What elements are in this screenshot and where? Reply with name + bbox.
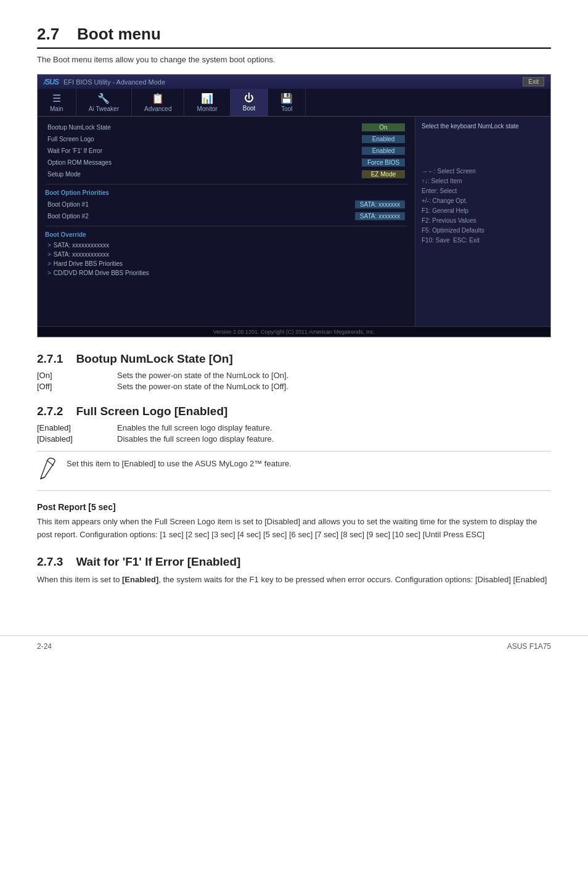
section-title: 2.7 Boot menu	[37, 25, 551, 49]
note-icon	[37, 458, 59, 484]
subsection-272-definitions: [Enabled] Enables the full screen logo d…	[37, 423, 551, 444]
bios-boot-option-1[interactable]: Boot Option #1 SATA: xxxxxxx	[45, 199, 407, 210]
bios-nav: ☰ Main 🔧 Ai Tweaker 📋 Advanced 📊 Monitor…	[38, 89, 550, 117]
post-report-text: This item appears only when the Full Scr…	[37, 516, 551, 542]
bios-setting-full-screen-logo[interactable]: Full Screen Logo Enabled	[45, 133, 407, 145]
bios-setting-wait-f1[interactable]: Wait For 'F1' If Error Enabled	[45, 145, 407, 157]
bios-nav-main[interactable]: ☰ Main	[38, 89, 76, 116]
bios-setting-setup-mode[interactable]: Setup Mode EZ Mode	[45, 168, 407, 180]
boot-option-1-value: SATA: xxxxxxx	[355, 200, 405, 208]
option-rom-value: Force BIOS	[362, 159, 405, 167]
pencil-svg	[37, 458, 57, 480]
wait-f1-value: Enabled	[362, 147, 405, 155]
bios-nav-boot[interactable]: ⏻ Boot	[231, 89, 269, 116]
boot-option-1-label: Boot Option #1	[47, 201, 355, 208]
boot-override-item-3[interactable]: > Hard Drive BBS Priorities	[45, 259, 407, 268]
page-container: 2.7 Boot menu The Boot menu items allow …	[0, 0, 588, 617]
def-term-on: [On]	[37, 371, 117, 380]
setup-mode-value: EZ Mode	[362, 170, 405, 178]
bios-nav-monitor-label: Monitor	[197, 105, 217, 112]
boot-override-item-2-label: SATA: xxxxxxxxxxxx	[54, 251, 109, 258]
bios-body: Bootup NumLock State On Full Screen Logo…	[38, 117, 550, 326]
def-row-disabled: [Disabled] Disables the full screen logo…	[37, 434, 551, 444]
full-screen-logo-label: Full Screen Logo	[47, 136, 362, 142]
arrow-icon-3: >	[47, 260, 51, 267]
def-term-enabled: [Enabled]	[37, 423, 117, 432]
main-icon: ☰	[52, 93, 61, 104]
bios-main-panel: Bootup NumLock State On Full Screen Logo…	[38, 117, 415, 326]
boot-option-priorities-label: Boot Option Priorities	[45, 189, 407, 196]
boot-override-item-3-label: Hard Drive BBS Priorities	[54, 260, 123, 267]
asus-logo: /SUS	[44, 78, 59, 86]
bios-window: /SUS EFI BIOS Utility - Advanced Mode Ex…	[37, 74, 551, 337]
note-box: Set this item to [Enabled] to use the AS…	[37, 451, 551, 491]
def-desc-disabled: Disables the full screen logo display fe…	[117, 434, 551, 444]
def-desc-off: Sets the power-on state of the NumLock t…	[117, 382, 551, 391]
boot-override-label: Boot Override	[45, 231, 407, 238]
subsection-271-number: 2.7.1	[37, 352, 63, 365]
bios-nav-main-label: Main	[50, 105, 63, 112]
bios-titlebar-left: /SUS EFI BIOS Utility - Advanced Mode	[44, 78, 165, 86]
option-rom-label: Option ROM Messages	[47, 159, 362, 166]
def-row-on: [On] Sets the power-on state of the NumL…	[37, 371, 551, 380]
subsection-271-heading: 2.7.1 Bootup NumLock State [On]	[37, 352, 551, 366]
bios-nav-boot-label: Boot	[243, 105, 256, 112]
bios-sidebar: Select the keyboard NumLock state →←: Se…	[415, 117, 550, 326]
bios-nav-advanced[interactable]: 📋 Advanced	[132, 89, 184, 116]
arrow-icon-4: >	[47, 270, 51, 276]
monitor-icon: 📊	[201, 93, 213, 104]
tool-icon: 💾	[280, 93, 293, 104]
bios-nav-monitor[interactable]: 📊 Monitor	[184, 89, 230, 116]
setup-mode-label: Setup Mode	[47, 171, 362, 178]
bios-nav-ai-tweaker[interactable]: 🔧 Ai Tweaker	[76, 89, 132, 116]
bios-sidebar-hint: Select the keyboard NumLock state	[422, 123, 544, 130]
def-term-off: [Off]	[37, 382, 117, 391]
bootup-numlock-label: Bootup NumLock State	[47, 124, 362, 131]
bios-divider-2	[45, 226, 407, 226]
arrow-icon-1: >	[47, 242, 51, 249]
bios-setting-option-rom[interactable]: Option ROM Messages Force BIOS	[45, 157, 407, 168]
bios-nav-tool[interactable]: 💾 Tool	[268, 89, 306, 116]
boot-option-2-value: SATA: xxxxxxx	[355, 212, 405, 220]
boot-icon: ⏻	[244, 93, 254, 104]
boot-option-2-label: Boot Option #2	[47, 213, 355, 220]
bios-boot-option-2[interactable]: Boot Option #2 SATA: xxxxxxx	[45, 210, 407, 222]
svg-line-0	[47, 461, 54, 466]
page-number: 2-24	[37, 642, 52, 651]
wait-f1-label: Wait For 'F1' If Error	[47, 147, 362, 154]
bios-sidebar-keys: →←: Select Screen ↑↓: Select Item Enter:…	[422, 167, 544, 245]
arrow-icon-2: >	[47, 251, 51, 258]
subsection-272-heading: 2.7.2 Full Screen Logo [Enabled]	[37, 405, 551, 418]
def-row-enabled: [Enabled] Enables the full screen logo d…	[37, 423, 551, 432]
def-desc-enabled: Enables the full screen logo display fea…	[117, 423, 551, 432]
subsection-271-definitions: [On] Sets the power-on state of the NumL…	[37, 371, 551, 391]
boot-override-item-1[interactable]: > SATA: xxxxxxxxxxxx	[45, 241, 407, 250]
key-hint-7: F5: Optimized Defaults	[422, 226, 544, 236]
ai-tweaker-icon: 🔧	[97, 93, 110, 104]
subsection-273-text: When this item is set to [Enabled], the …	[37, 574, 551, 587]
boot-override-item-2[interactable]: > SATA: xxxxxxxxxxxx	[45, 250, 407, 259]
bios-setting-bootup-numlock[interactable]: Bootup NumLock State On	[45, 122, 407, 133]
bios-nav-ai-tweaker-label: Ai Tweaker	[89, 105, 119, 112]
key-hint-1: →←: Select Screen	[422, 167, 544, 176]
def-row-off: [Off] Sets the power-on state of the Num…	[37, 382, 551, 391]
full-screen-logo-value: Enabled	[362, 135, 405, 143]
boot-override-item-4[interactable]: > CD/DVD ROM Drive BBS Priorities	[45, 268, 407, 278]
post-report-heading: Post Report [5 sec]	[37, 502, 551, 512]
section-description: The Boot menu items allow you to change …	[37, 55, 551, 64]
subsection-272-title: Full Screen Logo [Enabled]	[76, 405, 227, 418]
section-heading: Boot menu	[77, 25, 161, 43]
subsection-273-heading: 2.7.3 Wait for 'F1' If Error [Enabled]	[37, 555, 551, 569]
def-term-disabled: [Disabled]	[37, 434, 117, 444]
subsection-273-bold: [Enabled]	[122, 575, 158, 584]
advanced-icon: 📋	[152, 93, 164, 104]
boot-override-item-4-label: CD/DVD ROM Drive BBS Priorities	[54, 270, 149, 276]
bios-footer: Version 2.00.1201. Copyright (C) 2011 Am…	[38, 326, 550, 337]
bios-exit-button[interactable]: Exit	[523, 77, 544, 86]
bios-titlebar: /SUS EFI BIOS Utility - Advanced Mode Ex…	[38, 75, 550, 89]
subsection-273-number: 2.7.3	[37, 555, 63, 568]
section-number: 2.7	[37, 25, 59, 43]
boot-override-item-1-label: SATA: xxxxxxxxxxxx	[54, 242, 109, 249]
bios-nav-tool-label: Tool	[281, 105, 292, 112]
bios-divider-1	[45, 184, 407, 184]
